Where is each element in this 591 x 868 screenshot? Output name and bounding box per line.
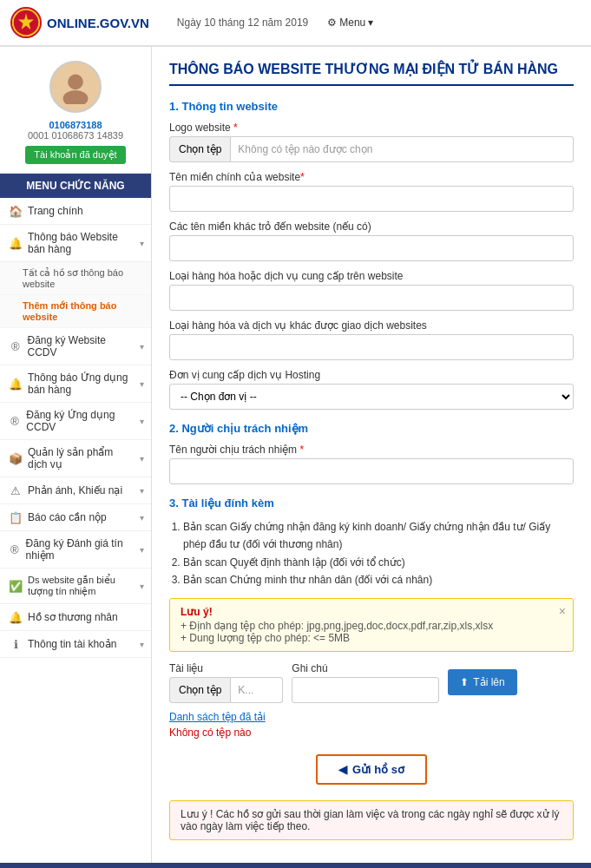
submit-button[interactable]: ◀ Gửi hồ sơ: [316, 754, 427, 785]
sidebar-label: Trang chính: [28, 205, 83, 217]
main-layout: 0106873188 0001 01068673 14839 Tài khoản…: [0, 47, 591, 863]
sidebar-item-thong-bao-ung-dung[interactable]: 🔔 Thông báo Ứng dụng bán hàng ▾: [0, 365, 151, 403]
sidebar-item-dang-ky-ung-dung[interactable]: ® Đăng ký Ứng dụng CCDV ▾: [0, 403, 151, 440]
site-name: ONLINE.GOV.VN: [47, 16, 149, 30]
sidebar-label: Hồ sơ thương nhân: [28, 611, 118, 623]
bell-icon: 🔔: [9, 236, 23, 250]
sidebar-label: Đăng ký Ứng dụng CCDV: [26, 409, 135, 433]
ten-mien-khac-group: Các tên miền khác trỏ đến website (nếu c…: [169, 220, 574, 261]
menu-header: MENU CHỨC NĂNG: [0, 174, 151, 198]
chevron-down-icon: ▾: [140, 582, 144, 591]
nguoi-chiu-input[interactable]: [169, 458, 574, 484]
no-file-text: Không có tệp nào: [169, 727, 574, 739]
logo-file-row: Chọn tệp Không có tệp nào được chọn: [169, 136, 574, 162]
info-icon: ℹ: [9, 637, 23, 651]
loai-hang-khac-label: Loại hàng hóa và dịch vụ khác được giao …: [169, 319, 574, 332]
sidebar: 0106873188 0001 01068673 14839 Tài khoản…: [0, 47, 152, 863]
nguoi-chiu-group: Tên người chịu trách nhiệm *: [169, 444, 574, 484]
chevron-down-icon: ▾: [140, 640, 144, 649]
section2-title: 2. Người chịu trách nhiệm: [169, 422, 574, 435]
sidebar-label: Quản lý sản phẩm dịch vụ: [28, 446, 135, 470]
don-vi-group: Đơn vị cung cấp dịch vụ Hosting -- Chọn …: [169, 369, 574, 410]
bell-icon2: 🔔: [9, 377, 23, 391]
ten-mien-khac-input[interactable]: [169, 235, 574, 261]
register-icon2: ®: [9, 414, 21, 428]
don-vi-label: Đơn vị cung cấp dịch vụ Hosting: [169, 369, 574, 381]
emblem-icon: [10, 7, 42, 38]
nguoi-chiu-label: Tên người chịu trách nhiệm *: [169, 444, 574, 456]
sidebar-label: Ds website gắn biểu tượng tín nhiệm: [28, 575, 135, 597]
sidebar-item-quan-ly[interactable]: 📦 Quản lý sản phẩm dịch vụ ▾: [0, 440, 151, 477]
warning-format: + Định dạng tệp cho phép: jpg,png,jpeg,d…: [181, 620, 562, 632]
tai-lieu-col: Tài liệu Chọn tệp K...: [169, 662, 283, 703]
chevron-down-icon: ▾: [140, 342, 144, 352]
sidebar-item-phan-anh[interactable]: ⚠ Phản ánh, Khiếu nại ▾: [0, 477, 151, 504]
ten-mien-label: Tên miền chính của website*: [169, 171, 574, 183]
tai-lieu-placeholder: K...: [231, 677, 283, 703]
profile-name: 0001 01068673 14839: [28, 130, 123, 141]
ten-mien-input[interactable]: [169, 186, 574, 212]
sidebar-item-tat-ca[interactable]: Tất cả hồ sơ thông báo website: [0, 262, 151, 295]
attach-item-3: Bản scan Chứng minh thư nhân dân (đối vớ…: [183, 571, 574, 589]
tai-lieu-file-button[interactable]: Chọn tệp: [169, 677, 231, 703]
loai-hang-khac-input[interactable]: [169, 334, 574, 360]
bell-icon3: 🔔: [9, 610, 23, 624]
sidebar-item-dang-ky-ccdv[interactable]: ® Đăng ký Website CCDV ▾: [0, 328, 151, 365]
logo-file-button[interactable]: Chọn tệp: [169, 136, 231, 162]
ghi-chu-label: Ghi chú: [292, 662, 439, 674]
chevron-down-icon: ▾: [140, 545, 144, 555]
sidebar-item-thong-bao[interactable]: 🔔 Thông báo Website bán hàng ▾: [0, 225, 151, 262]
home-icon: 🏠: [9, 204, 23, 218]
warning-size: + Dung lượng tệp cho phép: <= 5MB: [181, 632, 562, 644]
sidebar-item-ds-website[interactable]: ✅ Ds website gắn biểu tượng tín nhiệm ▾: [0, 569, 151, 604]
tai-lieu-label: Tài liệu: [169, 662, 283, 674]
ten-mien-group: Tên miền chính của website*: [169, 171, 574, 212]
sidebar-label: Báo cáo cần nộp: [28, 511, 107, 523]
upload-icon: ⬆: [460, 676, 469, 688]
sidebar-item-trang-chinh[interactable]: 🏠 Trang chính: [0, 198, 151, 225]
attach-item-1: Bản scan Giấy chứng nhận đăng ký kinh do…: [183, 518, 574, 554]
sidebar-label: Thông tin tài khoản: [28, 638, 116, 650]
chevron-down-icon: ▾: [140, 379, 144, 389]
footer: CỤC THƯƠNG MẠI ĐIỆN TỬ VÀ KINH TẾ SỐ – B…: [0, 863, 591, 868]
sidebar-label: Đăng ký Đánh giá tín nhiệm: [26, 537, 135, 562]
attach-list: Bản scan Giấy chứng nhận đăng ký kinh do…: [169, 518, 574, 589]
danh-sach-link[interactable]: Danh sách tệp đã tải: [169, 711, 266, 723]
sidebar-label: Đăng ký Website CCDV: [27, 334, 135, 358]
loai-hang-input[interactable]: [169, 285, 574, 311]
warning-box: × Lưu ý! + Định dạng tệp cho phép: jpg,p…: [169, 598, 574, 652]
check-icon: ✅: [9, 579, 23, 593]
header: ONLINE.GOV.VN Ngày 10 tháng 12 năm 2019 …: [0, 0, 591, 47]
logo-area: ONLINE.GOV.VN: [10, 7, 149, 38]
warning-icon: ⚠: [9, 483, 23, 497]
sidebar-item-them-moi[interactable]: Thêm mới thông báo website: [0, 295, 151, 328]
sidebar-label: Phản ánh, Khiếu nại: [28, 484, 122, 496]
submit-area: ◀ Gửi hồ sơ: [169, 754, 574, 785]
tai-len-button[interactable]: ⬆ Tải lên: [448, 669, 516, 695]
send-icon: ◀: [338, 763, 347, 776]
loai-hang-group: Loại hàng hóa hoặc dịch vụ cung cấp trên…: [169, 270, 574, 311]
logo-label: Logo website *: [169, 122, 574, 134]
package-icon: 📦: [9, 451, 23, 465]
sidebar-item-danh-gia[interactable]: ® Đăng ký Đánh giá tín nhiệm ▾: [0, 531, 151, 569]
profile-area: 0106873188 0001 01068673 14839 Tài khoản…: [0, 47, 151, 174]
tai-lieu-file-row: Chọn tệp K...: [169, 677, 283, 703]
ghi-chu-input[interactable]: [292, 677, 439, 703]
sidebar-item-tai-khoan[interactable]: ℹ Thông tin tài khoản ▾: [0, 631, 151, 658]
svg-point-3: [63, 90, 89, 104]
rating-icon: ®: [9, 542, 21, 556]
register-icon: ®: [9, 339, 22, 353]
avatar: [49, 61, 102, 113]
note-bottom: Lưu ý ! Các hồ sơ gửi sau thời gian làm …: [169, 800, 574, 840]
chevron-down-icon: ▾: [140, 486, 144, 496]
warning-title: Lưu ý!: [181, 606, 562, 618]
upload-row: Tài liệu Chọn tệp K... Ghi chú ⬆ Tải lên: [169, 662, 574, 703]
report-icon: 📋: [9, 510, 23, 524]
header-menu[interactable]: ⚙ Menu ▾: [327, 16, 373, 29]
sidebar-item-bao-cao[interactable]: 📋 Báo cáo cần nộp ▾: [0, 504, 151, 531]
close-icon[interactable]: ×: [559, 604, 566, 618]
sidebar-item-ho-so[interactable]: 🔔 Hồ sơ thương nhân: [0, 604, 151, 631]
sidebar-label: Thông báo Website bán hàng: [28, 231, 135, 255]
don-vi-select[interactable]: -- Chọn đơn vị --: [169, 384, 574, 410]
approve-button[interactable]: Tài khoản đã duyệt: [25, 146, 125, 164]
